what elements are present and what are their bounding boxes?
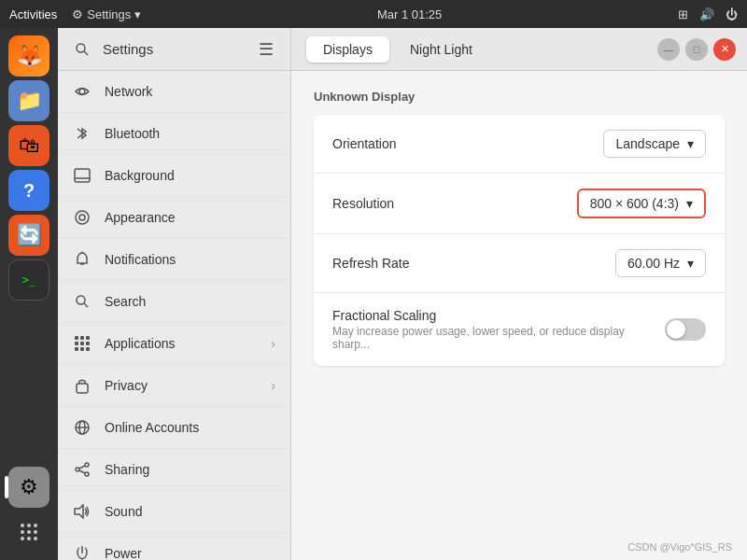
svg-rect-26 xyxy=(75,347,78,351)
background-sidebar-icon xyxy=(73,166,92,185)
applications-item-left: Applications xyxy=(73,334,176,353)
topbar-settings: ⚙ Settings ▾ xyxy=(72,7,141,21)
svg-marker-38 xyxy=(75,505,83,518)
svg-line-10 xyxy=(84,51,88,55)
fractional-scaling-toggle[interactable] xyxy=(665,318,706,341)
activities-label[interactable]: Activities xyxy=(9,7,57,21)
sidebar-item-power[interactable]: Power xyxy=(58,533,290,560)
notifications-sidebar-icon xyxy=(73,250,92,269)
window-body: Network Bluetooth Background xyxy=(58,71,747,560)
topbar-datetime: Mar 1 01:25 xyxy=(377,7,442,21)
svg-point-4 xyxy=(27,530,31,534)
svg-rect-23 xyxy=(75,342,78,345)
sound-label: Sound xyxy=(105,504,142,519)
bluetooth-sidebar-icon xyxy=(73,124,92,143)
topbar-left: Activities ⚙ Settings ▾ xyxy=(9,7,141,21)
privacy-item-left: Privacy xyxy=(73,376,148,395)
network-icon: ⊞ xyxy=(678,7,688,21)
svg-line-36 xyxy=(79,466,85,469)
privacy-label: Privacy xyxy=(105,378,148,393)
svg-point-8 xyxy=(34,537,37,540)
refresh-rate-chevron-icon: ▾ xyxy=(687,256,694,271)
sharing-sidebar-icon xyxy=(73,460,92,479)
maximize-button[interactable]: □ xyxy=(685,38,708,61)
tab-night-light[interactable]: Night Light xyxy=(393,36,489,63)
svg-point-15 xyxy=(79,215,85,220)
svg-point-2 xyxy=(34,524,37,527)
topbar-gear-icon: ⚙ xyxy=(72,7,83,21)
close-button[interactable]: ✕ xyxy=(713,38,736,61)
sidebar-item-background[interactable]: Background xyxy=(58,155,290,197)
resolution-chevron-icon: ▾ xyxy=(686,196,693,211)
svg-rect-25 xyxy=(86,342,90,345)
hamburger-button[interactable]: ☰ xyxy=(253,36,279,63)
notifications-label: Notifications xyxy=(105,252,176,267)
dock-icon-help[interactable]: ? xyxy=(8,170,49,211)
svg-point-6 xyxy=(21,537,24,540)
bluetooth-label: Bluetooth xyxy=(105,126,160,141)
fractional-scaling-sublabel: May increase power usage, lower speed, o… xyxy=(332,325,665,351)
power-icon: ⏻ xyxy=(726,7,738,21)
svg-rect-21 xyxy=(80,336,84,340)
refresh-rate-row: Refresh Rate 60.00 Hz ▾ xyxy=(314,234,725,293)
refresh-rate-dropdown[interactable]: 60.00 Hz ▾ xyxy=(615,249,706,277)
network-label: Network xyxy=(105,84,152,99)
minimize-button[interactable]: — xyxy=(657,38,680,61)
dock-icon-settings[interactable]: ⚙ xyxy=(8,467,49,508)
dock-icon-updates[interactable]: 🔄 xyxy=(8,215,49,256)
sidebar-item-notifications[interactable]: Notifications xyxy=(58,239,290,281)
titlebar-left: Settings ☰ xyxy=(58,28,291,70)
search-label: Search xyxy=(105,294,146,309)
online-accounts-sidebar-icon xyxy=(73,418,92,437)
sidebar-item-online-accounts[interactable]: Online Accounts xyxy=(58,407,290,449)
dock-icon-terminal[interactable]: >_ xyxy=(8,259,49,301)
sharing-label: Sharing xyxy=(105,462,149,477)
refresh-rate-label: Refresh Rate xyxy=(332,256,409,271)
svg-rect-22 xyxy=(86,336,90,340)
sidebar-item-appearance[interactable]: Appearance xyxy=(58,197,290,239)
dock-icon-files[interactable]: 📁 xyxy=(8,80,49,121)
titlebar: Settings ☰ Displays Night Light — □ ✕ xyxy=(58,28,747,71)
appearance-label: Appearance xyxy=(105,210,176,225)
display-card: Orientation Landscape ▾ Resolution 800 ×… xyxy=(314,115,725,366)
sidebar-item-network[interactable]: Network xyxy=(58,71,290,113)
resolution-row: Resolution 747 × 560 (4:3) ▾ xyxy=(314,174,725,234)
online-accounts-label: Online Accounts xyxy=(105,420,199,435)
sidebar-item-search[interactable]: Search xyxy=(58,281,290,323)
svg-line-19 xyxy=(84,303,88,307)
svg-rect-29 xyxy=(77,384,88,393)
svg-point-11 xyxy=(79,89,85,94)
sidebar: Network Bluetooth Background xyxy=(58,71,291,560)
sound-sidebar-icon xyxy=(73,502,92,521)
topbar-right: ⊞ 🔊 ⏻ xyxy=(678,7,738,21)
display-section-title: Unknown Display xyxy=(314,90,725,104)
power-label: Power xyxy=(105,546,142,560)
svg-rect-20 xyxy=(75,336,78,340)
power-sidebar-icon xyxy=(73,544,92,560)
refresh-rate-value: 60.00 Hz xyxy=(627,256,680,271)
sidebar-item-privacy[interactable]: Privacy › xyxy=(58,365,290,407)
sidebar-item-sound[interactable]: Sound xyxy=(58,491,290,533)
svg-point-3 xyxy=(21,530,24,534)
search-button[interactable] xyxy=(69,36,95,63)
svg-point-0 xyxy=(21,524,24,527)
dock-icon-firefox[interactable]: 🦊 xyxy=(8,35,49,77)
svg-point-9 xyxy=(77,44,85,52)
main-content: Unknown Display Orientation Landscape ▾ … xyxy=(291,71,747,560)
dock-grid-button[interactable] xyxy=(8,511,49,553)
sidebar-item-bluetooth[interactable]: Bluetooth xyxy=(58,113,290,155)
tab-displays[interactable]: Displays xyxy=(306,36,389,63)
sidebar-item-sharing[interactable]: Sharing xyxy=(58,449,290,491)
appearance-sidebar-icon xyxy=(73,208,92,227)
dock-icon-appstore[interactable]: 🛍 xyxy=(8,125,49,166)
orientation-dropdown[interactable]: Landscape ▾ xyxy=(603,130,706,158)
sidebar-item-applications[interactable]: Applications › xyxy=(58,323,290,365)
svg-line-37 xyxy=(79,470,85,473)
resolution-dropdown[interactable]: 747 × 560 (4:3) ▾ xyxy=(577,189,706,218)
settings-window: Settings ☰ Displays Night Light — □ ✕ xyxy=(58,28,747,560)
resolution-label: Resolution xyxy=(332,196,394,211)
svg-rect-28 xyxy=(86,347,90,351)
svg-point-35 xyxy=(85,472,89,476)
watermark: CSDN @Vigo*GIS_RS xyxy=(627,541,732,553)
privacy-sidebar-icon xyxy=(73,376,92,395)
